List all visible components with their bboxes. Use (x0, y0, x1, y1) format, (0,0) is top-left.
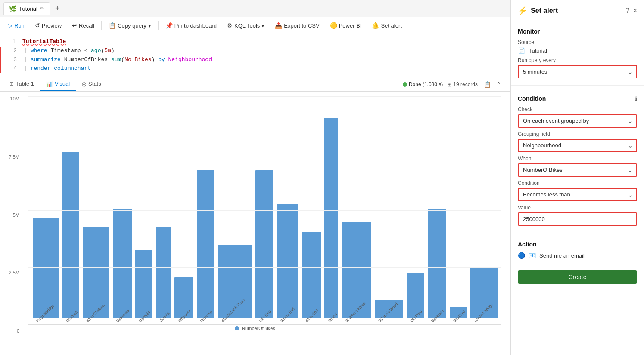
chart-area: 10M 7.5M 5M 2.5M 0 KnightsbridgeChelseaW… (0, 92, 510, 355)
alert-icon: 🔔 (372, 22, 379, 29)
run-icon: ▷ (8, 22, 12, 29)
separator-1 (101, 21, 102, 30)
kql-icon: ⚙ (227, 22, 233, 29)
y-label-75m: 7.5M (4, 154, 19, 159)
chart-bars-container: KnightsbridgeChelseaWest ChelseaBatterse… (28, 96, 501, 325)
monitor-section-title: Monitor (518, 28, 637, 35)
copy-query-button[interactable]: 📋 Copy query ▾ (104, 20, 155, 31)
radio-selected-icon: 🔵 (518, 252, 525, 259)
code-content-3: | summarize NumberOfBikes=sum(No_Bikes) … (24, 56, 212, 65)
chart-bar (277, 204, 298, 318)
grouping-select[interactable]: Neighbourhood Other (518, 139, 637, 152)
legend-label: NumberOfBikes (242, 326, 275, 331)
records-info: ⊞ 19 records (447, 81, 478, 87)
chart-y-labels: 10M 7.5M 5M 2.5M 0 (4, 96, 19, 333)
status-text: Done (1.080 s) (409, 81, 443, 87)
panel-divider-1 (511, 85, 644, 86)
code-content-2: | where Timestamp < ago(5m) (24, 47, 115, 56)
code-content-4: | render columnchart (24, 64, 91, 73)
code-editor[interactable]: 1 TutorialTable 2 | where Timestamp < ag… (0, 34, 510, 77)
create-button[interactable]: Create (518, 270, 637, 284)
chart-bar-wrapper: StJohn's Wood (375, 96, 403, 324)
tab-table1[interactable]: ⊞ Table 1 (3, 77, 40, 91)
tab-edit-icon[interactable]: ✏ (40, 6, 44, 12)
chart-bar-wrapper: Mile End (255, 96, 273, 324)
chart-bar (83, 227, 109, 318)
panel-help-button[interactable]: ? (626, 7, 630, 15)
chart-bar-wrapper: London Bridge (470, 96, 498, 324)
tab-bar: 🌿 Tutorial ✏ + (0, 0, 510, 17)
add-tab-button[interactable]: + (52, 2, 63, 15)
pin-button[interactable]: 📌 Pin to dashboard (161, 20, 221, 31)
line-number-3: 3 (5, 56, 17, 65)
copy-results-button[interactable]: 📋 (482, 79, 493, 90)
panel-header: ⚡ Set alert ? × (511, 0, 644, 22)
chart-bar (135, 250, 152, 318)
condition-select[interactable]: Becomes less than Becomes greater than I… (518, 188, 637, 201)
panel-header-actions: ? × (626, 7, 637, 15)
value-input[interactable] (518, 212, 637, 226)
panel-divider-2 (511, 233, 644, 233)
results-area: ⊞ Table 1 📊 Visual ◎ Stats Done (1.080 s… (0, 77, 510, 355)
results-tabs-left: ⊞ Table 1 📊 Visual ◎ Stats (3, 77, 107, 91)
powerbi-button[interactable]: 🟡 Power BI (326, 20, 366, 31)
check-select[interactable]: On each event grouped by On each event A… (518, 114, 637, 128)
pin-icon: 📌 (165, 22, 173, 29)
condition-info-icon[interactable]: ℹ (635, 95, 637, 102)
legend-dot (235, 326, 239, 330)
action-section-title: Action (518, 241, 637, 248)
table-tab-icon: ⊞ (9, 81, 14, 87)
when-label: When (518, 156, 637, 162)
y-label-10m: 10M (4, 96, 19, 101)
tutorial-icon: 🌿 (9, 5, 16, 12)
when-select[interactable]: NumberOfBikes (518, 163, 637, 177)
preview-icon: ↺ (35, 22, 40, 29)
chart-bar (156, 227, 171, 318)
condition-label: Condition (518, 180, 637, 186)
recall-button[interactable]: ↩ Recall (68, 20, 99, 31)
results-actions: 📋 ⌃ (482, 79, 503, 90)
chart-bar (113, 209, 132, 318)
kql-chevron-icon: ▾ (261, 22, 264, 29)
send-email-option[interactable]: 🔵 📧 Send me an email (518, 252, 637, 259)
export-button[interactable]: 📤 Export to CSV (271, 20, 324, 31)
chart-bar (302, 232, 321, 318)
source-item: 📄 Tutorial (518, 47, 637, 54)
chart-bar-wrapper: Bankside (428, 96, 446, 324)
code-content-1: TutorialTable (22, 37, 66, 47)
set-alert-button[interactable]: 🔔 Set alert (367, 20, 406, 31)
powerbi-icon: 🟡 (330, 22, 337, 29)
separator-2 (158, 21, 159, 30)
check-label: Check (518, 106, 637, 112)
tab-visual[interactable]: 📊 Visual (40, 77, 76, 91)
chart-bar (33, 218, 59, 318)
chart-bar-wrapper: St John's Wood (342, 96, 371, 324)
preview-button[interactable]: ↺ Preview (31, 20, 66, 31)
expand-results-button[interactable]: ⌃ (495, 79, 503, 90)
condition-section-title: Condition (518, 95, 546, 102)
source-value: Tutorial (529, 47, 547, 54)
code-line-4: 4 | render columnchart (0, 64, 510, 73)
panel-title: ⚡ Set alert (518, 6, 558, 16)
stats-tab-icon: ◎ (82, 81, 86, 87)
line-number-4: 4 (5, 64, 17, 73)
chart-bar-wrapper: Strand (324, 96, 339, 324)
panel-close-button[interactable]: × (633, 7, 637, 15)
chart-bar (324, 118, 339, 318)
run-query-label: Run query every (518, 57, 637, 63)
chart-bar (197, 170, 214, 318)
run-query-select[interactable]: 5 minutes 1 minute 10 minutes 30 minutes… (518, 65, 637, 78)
chart-bar-wrapper: Victoria (156, 96, 171, 324)
kql-button[interactable]: ⚙ KQL Tools ▾ (223, 20, 269, 31)
chart-bar-wrapper: Wandsworth Road (218, 96, 252, 324)
tab-tutorial[interactable]: 🌿 Tutorial ✏ (3, 2, 50, 15)
tab-stats[interactable]: ◎ Stats (76, 77, 107, 91)
send-email-label: Send me an email (539, 252, 585, 259)
status-dot (403, 82, 407, 87)
when-select-wrapper: NumberOfBikes (518, 163, 637, 177)
right-panel: ⚡ Set alert ? × Monitor Source 📄 Tutoria… (510, 0, 644, 355)
copy-icon: 📋 (109, 22, 116, 29)
recall-icon: ↩ (72, 22, 77, 29)
check-select-wrapper: On each event grouped by On each event A… (518, 114, 637, 128)
run-button[interactable]: ▷ Run (3, 20, 29, 31)
